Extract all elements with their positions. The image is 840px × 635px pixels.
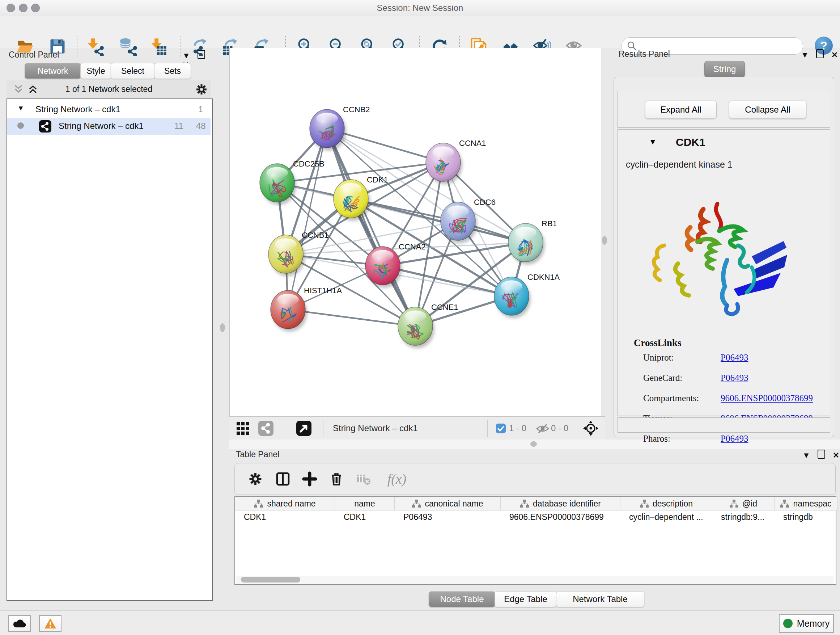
node-label-CDC6: CDC6 [474, 198, 496, 207]
network-node-CCNA2[interactable] [365, 247, 402, 288]
horizontal-splitter-handle[interactable] [531, 441, 537, 447]
node-label-RB1: RB1 [542, 219, 557, 228]
network-node-CCNB2[interactable] [309, 109, 346, 150]
grid-view-icon[interactable] [236, 422, 251, 435]
column-header-name[interactable]: name [335, 497, 395, 510]
results-panel-title: Results Panel [619, 49, 670, 59]
tab-style[interactable]: Style [80, 63, 111, 79]
footer-separator [323, 420, 324, 437]
network-collection-row[interactable]: ▼ String Network – cdk1 1 [7, 101, 210, 118]
expand-collapse-box: Expand All Collapse All [617, 91, 830, 128]
network-row-selected[interactable]: String Network – cdk1 11 48 [7, 118, 210, 135]
column-header-description[interactable]: description [621, 497, 712, 510]
column-header--id[interactable]: @id [712, 497, 775, 510]
gear-icon[interactable] [195, 83, 208, 96]
network-node-CCNE1[interactable] [398, 307, 434, 348]
network-view-title: String Network – cdk1 [333, 417, 418, 440]
tab-network-table[interactable]: Network Table [556, 591, 644, 607]
protein-section-header[interactable]: ▼ CDK1 [618, 131, 830, 155]
crosslinks-list: Uniprot:P06493GeneCard:P06493Compartment… [643, 353, 824, 410]
protein-section: ▼ CDK1 cyclin–dependent kinase 1 [617, 129, 830, 416]
network-node-CDKN1A[interactable] [494, 277, 531, 318]
horizontal-splitter[interactable] [229, 440, 840, 449]
collection-count: 1 [198, 104, 203, 114]
table-settings-button[interactable] [245, 469, 266, 489]
birdseye-view-icon[interactable] [296, 421, 311, 436]
table-cell[interactable]: 9606.ENSP00000378699 [501, 512, 620, 522]
minimize-window-button[interactable] [19, 4, 27, 12]
hidden-eye-icon[interactable] [535, 423, 550, 434]
network-edge[interactable] [327, 128, 415, 326]
node-label-CCNA2: CCNA2 [399, 242, 426, 251]
crosslink-link[interactable]: P06493 [721, 434, 748, 444]
tab-sets[interactable]: Sets [154, 63, 191, 79]
crosslink-link[interactable]: P06493 [721, 373, 748, 383]
vertical-splitter-handle[interactable] [220, 323, 225, 332]
float-table-icon[interactable] [818, 450, 825, 459]
collapse-table-icon[interactable]: ▼ [802, 451, 810, 460]
close-window-button[interactable] [6, 4, 15, 12]
cloud-status-button[interactable] [8, 615, 31, 632]
crosslink-label: GeneCard: [643, 373, 682, 383]
vertical-splitter-handle-right[interactable] [602, 236, 607, 245]
column-header-namespac[interactable]: namespac [775, 497, 837, 510]
window-title: Session: New Session [0, 0, 840, 16]
tree-expanded-icon[interactable]: ▼ [17, 104, 24, 112]
crosslink-link[interactable]: 9606.ENSP00000378699 [721, 393, 813, 403]
crosshair-icon[interactable] [583, 421, 598, 436]
network-canvas[interactable]: CCNB2CCNA1CDC25BCDK1CDC6RB1CCNB1CCNA2CDK… [229, 48, 601, 416]
column-header-database-identifier[interactable]: database identifier [501, 497, 621, 510]
show-columns-button[interactable] [272, 469, 294, 489]
network-node-HIST1H1A[interactable] [271, 290, 307, 332]
table-cell[interactable]: cyclin–dependent ... [621, 512, 712, 522]
node-label-CCNB2: CCNB2 [343, 105, 370, 114]
delete-table-button[interactable] [353, 469, 374, 489]
network-edge[interactable] [288, 128, 327, 310]
network-node-CDC25B[interactable] [260, 164, 296, 205]
network-edge[interactable] [351, 199, 526, 242]
delete-column-button[interactable] [326, 469, 347, 489]
footer-separator [285, 420, 285, 437]
share-view-icon[interactable] [258, 421, 273, 436]
tab-node-table[interactable]: Node Table [429, 591, 495, 607]
function-builder-button[interactable]: f(x) [379, 469, 414, 489]
horizontal-scrollbar[interactable] [236, 576, 834, 584]
table-cell[interactable]: CDK1 [235, 512, 335, 522]
crosslink-row-compartments: Compartments:9606.ENSP00000378699 [643, 393, 699, 403]
table-cell[interactable]: stringdb [775, 512, 837, 522]
collapse-all-button[interactable]: Collapse All [729, 101, 806, 119]
column-header-label: namespac [793, 499, 831, 509]
selected-checkbox[interactable] [496, 424, 506, 433]
warning-status-button[interactable] [39, 615, 62, 632]
column-header-canonical-name[interactable]: canonical name [395, 497, 501, 510]
node-label-HIST1H1A: HIST1H1A [304, 286, 342, 295]
crosslink-link[interactable]: P06493 [721, 353, 748, 363]
add-column-button[interactable] [299, 469, 320, 489]
maximize-window-button[interactable] [31, 4, 40, 12]
protein-description: cyclin–dependent kinase 1 [626, 159, 733, 170]
network-node-CCNA1[interactable] [426, 143, 462, 184]
expand-all-button[interactable]: Expand All [645, 101, 717, 119]
scrollbar-thumb[interactable] [241, 577, 300, 583]
tab-edge-table[interactable]: Edge Table [494, 591, 557, 607]
close-results-icon[interactable]: ✕ [831, 50, 838, 60]
close-table-icon[interactable]: ✕ [833, 451, 839, 460]
table-cell[interactable]: stringdb:9... [712, 512, 774, 522]
float-results-icon[interactable] [816, 49, 824, 58]
selected-count: 1 - 0 [509, 417, 526, 440]
network-node-CDK1[interactable] [333, 180, 370, 221]
collapse-panel-icon[interactable]: ▼ [182, 51, 190, 60]
column-header-shared-name[interactable]: shared name [235, 497, 335, 510]
table-cell[interactable]: CDK1 [335, 512, 394, 522]
network-node-RB1[interactable] [508, 223, 545, 264]
collapse-results-icon[interactable]: ▼ [801, 50, 809, 60]
tab-network[interactable]: Network [25, 63, 81, 79]
crosslink-label: Uniprot: [643, 353, 674, 363]
node-label-CDC25B: CDC25B [293, 159, 325, 168]
memory-button[interactable]: Memory [779, 614, 834, 633]
tab-string[interactable]: String [704, 61, 745, 78]
section-expanded-icon[interactable]: ▼ [649, 138, 657, 146]
float-panel-icon[interactable] [197, 50, 205, 59]
table-cell[interactable]: P06493 [395, 512, 500, 522]
tab-select[interactable]: Select [111, 63, 155, 79]
